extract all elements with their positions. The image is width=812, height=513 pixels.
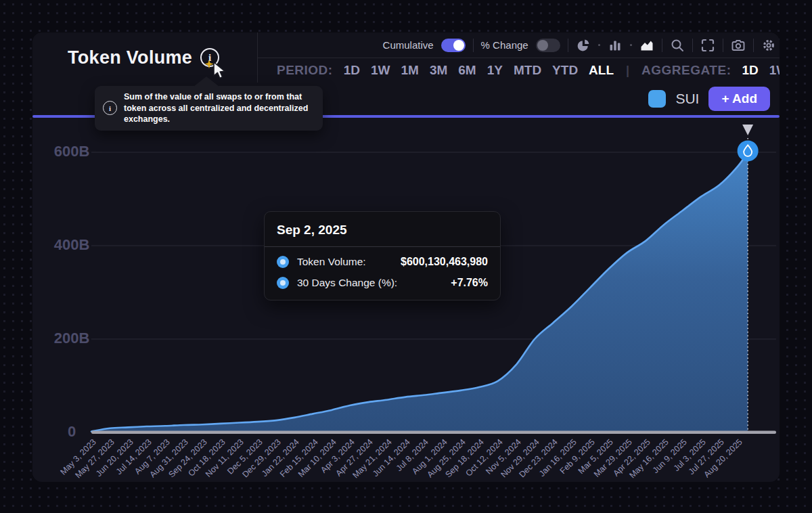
divider (723, 39, 723, 52)
dot-divider (630, 44, 632, 46)
info-tooltip: i Sum of the value of all swaps to or fr… (95, 86, 323, 131)
toggle-knob (453, 40, 464, 51)
divider (753, 39, 754, 52)
toggle-knob (537, 40, 548, 51)
info-icon-small: i (103, 101, 117, 115)
tooltip-row-label: Token Volume: (297, 256, 392, 268)
tooltip-rows: Token Volume:$600,130,463,98030 Days Cha… (265, 247, 500, 300)
pie-chart-icon[interactable] (576, 38, 591, 53)
info-icon[interactable]: i (200, 48, 219, 67)
period-option-ytd[interactable]: YTD (552, 63, 578, 78)
cumulative-toggle[interactable] (441, 39, 466, 52)
x-axis-baseline (91, 431, 776, 434)
header: Token Volume i Cumulative % Change (32, 32, 780, 83)
tooltip-date: Sep 2, 2025 (265, 212, 500, 246)
chart-section: 0200B400B600B May 3, 2023May 27, 2023Jun… (32, 115, 780, 482)
sui-legend-swatch[interactable] (648, 90, 666, 108)
period-options: 1D1W1M3M6M1YMTDYTDALL (344, 63, 614, 78)
series-dot-icon (277, 256, 289, 268)
title-cell: Token Volume i (32, 32, 258, 83)
toolbar: Cumulative % Change (258, 32, 780, 58)
token-volume-panel: Token Volume i Cumulative % Change (32, 32, 780, 482)
aggregate-options: 1D1W1M (742, 63, 780, 78)
sui-legend-label: SUI (675, 91, 699, 107)
period-option-1m[interactable]: 1M (401, 63, 418, 78)
settings-gear-icon[interactable] (761, 38, 776, 53)
divider (662, 39, 662, 52)
page-title: Token Volume (68, 47, 192, 68)
camera-icon[interactable] (731, 38, 746, 53)
chart-tooltip: Sep 2, 2025 Token Volume:$600,130,463,98… (264, 211, 501, 300)
bar-chart-icon[interactable] (608, 38, 623, 53)
tooltip-row: 30 Days Change (%):+7.76% (277, 277, 488, 289)
pct-change-toggle[interactable] (536, 39, 560, 52)
area-chart-icon[interactable] (639, 38, 654, 53)
end-marker-pointer[interactable] (742, 125, 753, 135)
divider (692, 39, 693, 52)
period-label: PERIOD: (277, 63, 333, 78)
period-option-1d[interactable]: 1D (344, 63, 360, 78)
tooltip-row-label: 30 Days Change (%): (297, 277, 443, 289)
divider (568, 39, 568, 52)
divider (473, 39, 474, 52)
aggregate-option-1d[interactable]: 1D (742, 63, 758, 78)
tooltip-caret (194, 76, 219, 87)
tooltip-row-value: $600,130,463,980 (401, 256, 488, 268)
cumulative-label: Cumulative (383, 39, 434, 51)
period-option-6m[interactable]: 6M (458, 63, 476, 78)
dot-divider (598, 44, 600, 46)
period-option-3m[interactable]: 3M (430, 63, 447, 78)
pct-change-label: % Change (481, 39, 528, 51)
divider: | (625, 64, 631, 78)
period-option-1w[interactable]: 1W (371, 63, 390, 78)
period-option-1y[interactable]: 1Y (487, 63, 503, 78)
period-option-mtd[interactable]: MTD (514, 63, 541, 78)
sui-token-marker[interactable] (738, 140, 759, 161)
aggregate-label: AGGREGATE: (641, 63, 731, 78)
period-option-all[interactable]: ALL (589, 63, 614, 78)
tooltip-row: Token Volume:$600,130,463,980 (277, 256, 488, 268)
period-row: PERIOD: 1D1W1M3M6M1YMTDYTDALL | AGGREGAT… (258, 58, 780, 83)
aggregate-option-1w[interactable]: 1W (769, 63, 780, 78)
search-icon[interactable] (670, 38, 685, 53)
series-dot-icon (277, 277, 289, 289)
fullscreen-icon[interactable] (700, 38, 715, 53)
info-tooltip-text: Sum of the value of all swaps to or from… (124, 91, 315, 125)
add-token-button[interactable]: + Add (708, 87, 770, 111)
tooltip-row-value: +7.76% (451, 277, 488, 289)
